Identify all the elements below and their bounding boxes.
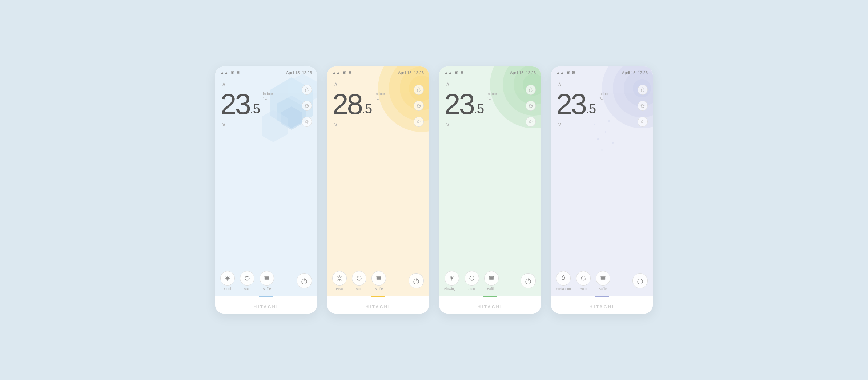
mode-cool-label: Cool [224, 287, 231, 291]
svg-line-20 [341, 276, 342, 277]
bottom-controls-heat: Heat Auto Baffle [327, 267, 429, 296]
flame-icon-blowing[interactable] [526, 101, 536, 111]
mode-baffle-label-blowing: Baffle [487, 287, 495, 291]
bottom-controls-cool: Cool Auto Baffle [215, 267, 317, 296]
droplet-icon-heat[interactable] [414, 85, 424, 95]
temp-unit-cool: °C [263, 96, 273, 100]
indoor-label-blowing: Indoor [487, 92, 497, 96]
photo-icon-blowing: ▣ [454, 70, 458, 75]
sound-icon-cool[interactable] [302, 117, 312, 127]
flame-icon-arefaction[interactable] [638, 101, 648, 111]
temp-up-button-heat[interactable]: ∧ [332, 81, 424, 88]
flame-icon-cool[interactable] [302, 101, 312, 111]
mode-auto-button-cool[interactable]: Auto [240, 271, 254, 291]
indicator-line-arefaction [595, 296, 609, 297]
svg-rect-24 [377, 276, 381, 277]
svg-rect-7 [265, 279, 269, 279]
temp-unit-blowing: °C [487, 96, 497, 100]
card-blowing: ▲▲ ▣ ⊞ April 15 12:26 ∧ 23 .5 Indoor °C [439, 66, 541, 314]
temp-down-button-cool[interactable]: ∨ [220, 121, 312, 128]
temperature-display-blowing: 23 .5 Indoor °C [444, 90, 536, 119]
mode-blowing-button[interactable]: Blowing-in [444, 271, 459, 291]
mode-baffle-button-arefaction[interactable]: Baffle [596, 271, 610, 291]
flame-icon-heat[interactable] [414, 101, 424, 111]
status-icons-arefaction: ▲▲ ▣ ⊞ [556, 70, 575, 75]
svg-line-19 [341, 280, 342, 281]
mode-auto-button-blowing[interactable]: Auto [465, 271, 479, 291]
temp-unit-arefaction: °C [599, 96, 609, 100]
mode-baffle-label-cool: Baffle [263, 287, 271, 291]
temp-main-heat: 28 [332, 90, 362, 119]
svg-rect-30 [489, 278, 494, 278]
temp-up-button-blowing[interactable]: ∧ [444, 81, 536, 88]
status-bar-arefaction: ▲▲ ▣ ⊞ April 15 12:26 [551, 66, 653, 77]
right-icons-cool [302, 85, 312, 127]
status-datetime-blowing: April 15 12:26 [510, 70, 536, 75]
card-footer-blowing: HITACHI [439, 300, 541, 314]
temp-down-button-blowing[interactable]: ∨ [444, 121, 536, 128]
photo-icon-heat: ▣ [342, 70, 346, 75]
mode-auto-button-heat[interactable]: Auto [352, 271, 366, 291]
power-button-blowing[interactable] [521, 273, 536, 288]
cards-container: ▲▲ ▣ ⊞ April 15 12:26 ∧ 23 .5 Indoor °C [215, 66, 653, 314]
mode-auto-label-cool: Auto [244, 287, 251, 291]
svg-rect-43 [601, 278, 605, 278]
status-datetime-heat: April 15 12:26 [398, 70, 424, 75]
card-heat: ▲▲ ▣ ⊞ April 15 12:26 ∧ 28 .5 Indoor °C [327, 66, 429, 314]
svg-rect-44 [601, 279, 605, 279]
card-footer-cool: HITACHI [215, 300, 317, 314]
indoor-label-cool: Indoor [263, 92, 273, 96]
calendar-icon-blowing: ⊞ [460, 70, 463, 75]
svg-point-13 [338, 277, 341, 280]
indicator-line-cool [259, 296, 273, 297]
mode-baffle-button-heat[interactable]: Baffle [371, 271, 386, 291]
mode-auto-button-arefaction[interactable]: Auto [576, 271, 591, 291]
mode-baffle-label-arefaction: Baffle [599, 287, 607, 291]
status-icons-heat: ▲▲ ▣ ⊞ [332, 70, 351, 75]
temp-down-button-heat[interactable]: ∨ [332, 121, 424, 128]
temp-decimal-arefaction: .5 [586, 101, 596, 117]
wifi-icon-heat: ▲▲ [332, 70, 340, 75]
svg-rect-23 [377, 279, 381, 279]
right-icons-heat [414, 85, 424, 127]
bottom-controls-blowing: Blowing-in Auto Baffle [439, 267, 541, 296]
indicator-line-heat [371, 296, 385, 297]
card-cool: ▲▲ ▣ ⊞ April 15 12:26 ∧ 23 .5 Indoor °C [215, 66, 317, 314]
power-button-heat[interactable] [409, 273, 424, 288]
temp-up-button-cool[interactable]: ∧ [220, 81, 312, 88]
brand-label-cool: HITACHI [254, 304, 279, 310]
temp-decimal-blowing: .5 [474, 101, 484, 117]
card-footer-arefaction: HITACHI [551, 300, 653, 314]
indoor-label-arefaction: Indoor [599, 92, 609, 96]
mode-buttons-arefaction: Arefaction Auto Baffle [556, 271, 610, 291]
svg-rect-22 [377, 278, 381, 278]
photo-icon-arefaction: ▣ [566, 70, 570, 75]
status-bar-blowing: ▲▲ ▣ ⊞ April 15 12:26 [439, 66, 541, 77]
sound-icon-heat[interactable] [414, 117, 424, 127]
sound-icon-arefaction[interactable] [638, 117, 648, 127]
svg-rect-32 [489, 276, 494, 277]
droplet-icon-arefaction[interactable] [638, 85, 648, 95]
power-button-arefaction[interactable] [632, 273, 648, 288]
mode-baffle-button-blowing[interactable]: Baffle [484, 271, 499, 291]
temp-up-button-arefaction[interactable]: ∧ [556, 81, 648, 88]
wifi-icon: ▲▲ [220, 70, 228, 75]
mode-cool-button[interactable]: Cool [220, 271, 235, 291]
temp-main-blowing: 23 [444, 90, 474, 119]
mode-heat-button[interactable]: Heat [332, 271, 347, 291]
temp-main-arefaction: 23 [556, 90, 586, 119]
svg-rect-8 [265, 276, 269, 277]
right-icons-blowing [526, 85, 536, 127]
temp-down-button-arefaction[interactable]: ∨ [556, 121, 648, 128]
mode-buttons-cool: Cool Auto Baffle [220, 271, 274, 291]
power-button-cool[interactable] [297, 273, 312, 288]
droplet-icon-blowing[interactable] [526, 85, 536, 95]
mode-baffle-button-cool[interactable]: Baffle [260, 271, 274, 291]
svg-rect-31 [489, 279, 494, 279]
mode-arefaction-button[interactable]: Arefaction [556, 271, 571, 291]
sound-icon-blowing[interactable] [526, 117, 536, 127]
status-icons: ▲▲ ▣ ⊞ [220, 70, 240, 75]
droplet-icon-cool[interactable] [302, 85, 312, 95]
calendar-icon-arefaction: ⊞ [572, 70, 575, 75]
temp-unit-heat: °C [375, 96, 385, 100]
